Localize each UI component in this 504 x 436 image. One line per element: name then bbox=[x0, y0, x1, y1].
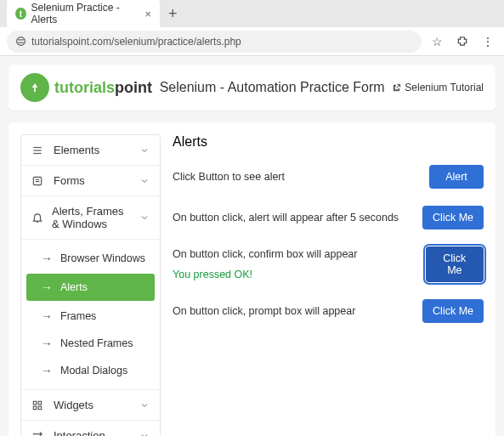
favicon-icon: t bbox=[15, 8, 26, 20]
confirm-result: You pressed OK! bbox=[173, 269, 252, 280]
swap-icon bbox=[31, 430, 45, 437]
selenium-tutorial-link[interactable]: Selenium Tutorial bbox=[392, 82, 484, 93]
url-text: tutorialspoint.com/selenium/practice/ale… bbox=[31, 36, 241, 48]
arrow-right-icon: → bbox=[40, 364, 54, 377]
browser-chrome: t Selenium Practice - Alerts × + tutoria… bbox=[0, 0, 504, 56]
section-heading: Alerts bbox=[173, 134, 484, 150]
row-text: On button click, confirm box will appear bbox=[173, 248, 357, 260]
alert-row-delayed: On button click, alert will appear after… bbox=[173, 206, 484, 229]
svg-rect-11 bbox=[33, 406, 37, 410]
alert-row-prompt: On button click, prompt box will appear … bbox=[173, 299, 484, 323]
sidebar-sub-alerts[interactable]: → Alerts bbox=[26, 274, 155, 301]
sidebar-item-alerts-frames[interactable]: Alerts, Frames & Windows bbox=[21, 196, 160, 240]
sidebar-sub-frames[interactable]: → Frames bbox=[21, 303, 160, 330]
chevron-down-icon bbox=[139, 431, 150, 437]
arrow-right-icon: → bbox=[40, 337, 54, 350]
external-link-icon bbox=[392, 83, 401, 93]
svg-rect-12 bbox=[38, 406, 42, 410]
sidebar-item-forms[interactable]: Forms bbox=[21, 166, 160, 196]
list-icon bbox=[31, 144, 45, 156]
row-text: On button click, alert will appear after… bbox=[173, 212, 399, 224]
delayed-alert-button[interactable]: Click Me bbox=[422, 206, 484, 229]
page-title: Selenium - Automation Practice Form bbox=[152, 80, 392, 95]
address-bar: tutorialspoint.com/selenium/practice/ale… bbox=[0, 27, 504, 56]
sidebar-submenu: → Browser Windows → Alerts → Frames → Ne… bbox=[21, 240, 160, 390]
tab-bar: t Selenium Practice - Alerts × + bbox=[0, 0, 504, 27]
grid-icon bbox=[31, 399, 45, 411]
site-info-icon[interactable] bbox=[15, 36, 26, 47]
arrow-right-icon: → bbox=[40, 309, 54, 323]
logo[interactable]: tutorialspoint bbox=[20, 73, 152, 102]
alert-row-simple: Click Button to see alert Alert bbox=[173, 165, 484, 189]
sidebar-item-elements[interactable]: Elements bbox=[21, 135, 160, 166]
menu-icon[interactable]: ⋮ bbox=[479, 35, 497, 48]
prompt-button[interactable]: Click Me bbox=[422, 299, 484, 323]
sidebar-item-interaction[interactable]: Interaction bbox=[21, 421, 160, 436]
sidebar-sub-modal-dialogs[interactable]: → Modal Dialogs bbox=[21, 357, 160, 384]
svg-point-0 bbox=[17, 37, 25, 46]
extensions-icon[interactable] bbox=[453, 36, 472, 48]
page-header: tutorialspoint Selenium - Automation Pra… bbox=[8, 65, 496, 110]
sidebar: Elements Forms Alerts, Frames & Windows bbox=[20, 134, 161, 436]
svg-rect-10 bbox=[38, 401, 42, 405]
svg-rect-9 bbox=[33, 401, 37, 405]
form-icon bbox=[31, 175, 45, 187]
url-field[interactable]: tutorialspoint.com/selenium/practice/ale… bbox=[7, 31, 422, 53]
browser-tab[interactable]: t Selenium Practice - Alerts × bbox=[7, 0, 160, 31]
chevron-down-icon bbox=[139, 400, 150, 411]
tab-title: Selenium Practice - Alerts bbox=[31, 2, 137, 25]
bookmark-icon[interactable]: ☆ bbox=[428, 35, 446, 48]
sidebar-sub-nested-frames[interactable]: → Nested Frames bbox=[21, 330, 160, 357]
chevron-down-icon bbox=[139, 212, 150, 223]
content-area: Elements Forms Alerts, Frames & Windows bbox=[8, 122, 496, 436]
page-body: tutorialspoint Selenium - Automation Pra… bbox=[0, 56, 504, 436]
alert-row-confirm: On button click, confirm box will appear… bbox=[173, 246, 484, 282]
chevron-down-icon bbox=[139, 176, 150, 186]
confirm-button[interactable]: Click Me bbox=[426, 246, 484, 282]
new-tab-button[interactable]: + bbox=[160, 5, 186, 23]
sidebar-item-widgets[interactable]: Widgets bbox=[21, 390, 160, 421]
main-panel: Alerts Click Button to see alert Alert O… bbox=[173, 134, 484, 436]
close-icon[interactable]: × bbox=[144, 8, 151, 20]
alert-button[interactable]: Alert bbox=[429, 165, 484, 189]
arrow-right-icon: → bbox=[40, 252, 54, 265]
arrow-right-icon: → bbox=[40, 280, 54, 294]
bell-icon bbox=[31, 212, 43, 224]
logo-text: tutorialspoint bbox=[54, 79, 152, 97]
logo-icon bbox=[20, 73, 49, 102]
chevron-down-icon bbox=[139, 145, 150, 156]
row-text: On button click, prompt box will appear bbox=[173, 305, 355, 317]
row-text: Click Button to see alert bbox=[173, 171, 285, 183]
sidebar-sub-browser-windows[interactable]: → Browser Windows bbox=[21, 245, 160, 272]
